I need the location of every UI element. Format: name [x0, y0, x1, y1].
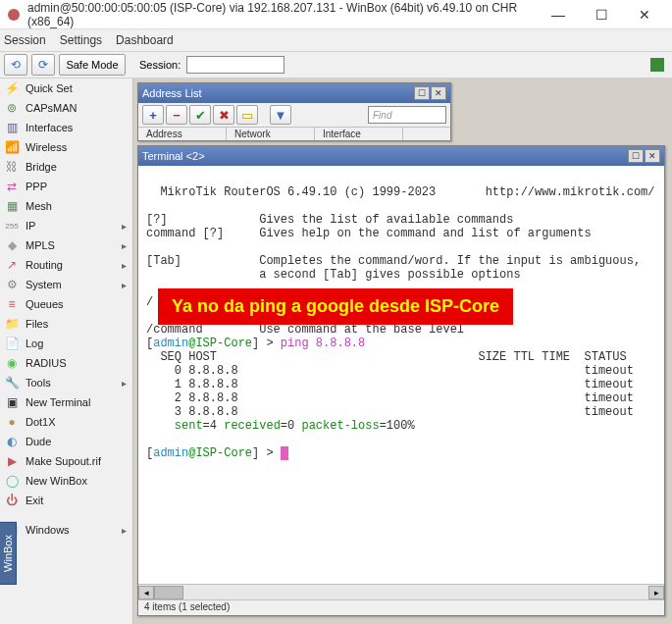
sidebar-item-mpls[interactable]: ◆MPLS▸: [0, 235, 132, 255]
disable-button[interactable]: ✖: [213, 105, 234, 125]
scroll-thumb[interactable]: [154, 586, 183, 599]
sidebar-item-make-supout-rif[interactable]: ▶Make Supout.rif: [0, 451, 132, 471]
col-address[interactable]: Address: [138, 128, 227, 140]
address-list-title: Address List: [142, 87, 202, 99]
sidebar-item-label: Windows: [26, 524, 70, 536]
mesh-icon: ▦: [4, 198, 20, 214]
sidebar-item-label: Dude: [26, 436, 51, 447]
sidebar-item-label: MPLS: [26, 239, 55, 251]
find-input[interactable]: Find: [368, 106, 446, 124]
title-text: admin@50:00:00:05:00:05 (ISP-Core) via 1…: [27, 1, 537, 28]
terminal-body[interactable]: MikroTik RouterOS 6.49.10 (c) 1999-2023 …: [138, 166, 664, 584]
addr-max-button[interactable]: ☐: [414, 86, 430, 100]
quick-set-icon: ⚡: [4, 80, 20, 96]
menu-settings[interactable]: Settings: [60, 33, 102, 47]
chevron-right-icon: ▸: [122, 378, 129, 389]
sidebar-item-label: Bridge: [26, 161, 57, 173]
sidebar-item-queues[interactable]: ≡Queues: [0, 294, 132, 314]
interfaces-icon: ▥: [4, 120, 20, 135]
chevron-right-icon: ▸: [122, 240, 129, 251]
addr-close-button[interactable]: ✕: [431, 86, 446, 100]
add-button[interactable]: +: [142, 105, 164, 125]
col-network[interactable]: Network: [227, 128, 315, 140]
address-list-title-bar[interactable]: Address List ☐ ✕: [138, 83, 450, 103]
menu-dashboard[interactable]: Dashboard: [116, 33, 174, 47]
session-input[interactable]: [186, 56, 284, 74]
address-list-window: Address List ☐ ✕ + − ✔ ✖ ▭ ▼ Find Addres…: [137, 82, 451, 141]
dot1x-icon: ●: [4, 414, 20, 430]
sidebar: ⚡Quick Set⊚CAPsMAN▥Interfaces📶Wireless⛓B…: [0, 78, 133, 624]
sidebar-item-mesh[interactable]: ▦Mesh: [0, 196, 132, 216]
sidebar-item-dot1x[interactable]: ●Dot1X: [0, 412, 132, 432]
sidebar-item-files[interactable]: 📁Files: [0, 314, 132, 334]
sidebar-item-capsman[interactable]: ⊚CAPsMAN: [0, 98, 132, 118]
log-icon: 📄: [4, 336, 20, 351]
system-icon: ⚙: [4, 277, 20, 292]
sidebar-item-exit[interactable]: ⏻Exit: [0, 491, 132, 510]
sidebar-item-new-winbox[interactable]: ◯New WinBox: [0, 471, 132, 491]
scroll-left-icon[interactable]: ◂: [138, 586, 154, 599]
tools-icon: 🔧: [4, 375, 20, 390]
terminal-hscrollbar[interactable]: ◂ ▸: [138, 584, 664, 599]
scroll-right-icon[interactable]: ▸: [648, 586, 664, 599]
terminal-title: Terminal <2>: [142, 150, 205, 162]
sidebar-item-label: Tools: [26, 377, 51, 389]
capsman-icon: ⊚: [4, 100, 20, 116]
queues-icon: ≡: [4, 296, 20, 312]
mpls-icon: ◆: [4, 237, 20, 253]
sidebar-item-quick-set[interactable]: ⚡Quick Set: [0, 78, 132, 98]
sidebar-item-label: PPP: [26, 181, 47, 192]
comment-button[interactable]: ▭: [236, 105, 258, 125]
col-interface[interactable]: Interface: [315, 128, 403, 140]
svg-point-0: [8, 9, 20, 21]
new-winbox-icon: ◯: [4, 473, 20, 489]
close-button[interactable]: ✕: [623, 1, 666, 28]
sidebar-item-label: Mesh: [26, 200, 52, 212]
sidebar-item-label: Exit: [26, 494, 43, 506]
menu-bar: Session Settings Dashboard: [0, 29, 672, 51]
sidebar-item-dude[interactable]: ◐Dude: [0, 432, 132, 451]
ppp-icon: ⇄: [4, 179, 20, 194]
terminal-title-bar[interactable]: Terminal <2> ☐ ✕: [138, 146, 664, 166]
sidebar-item-tools[interactable]: 🔧Tools▸: [0, 373, 132, 392]
sidebar-item-label: Dot1X: [26, 416, 56, 428]
status-bar: 4 items (1 selected): [138, 599, 664, 615]
safe-mode-button[interactable]: Safe Mode: [59, 54, 126, 76]
sidebar-item-radius[interactable]: ◉RADIUS: [0, 353, 132, 373]
chevron-right-icon: ▸: [122, 525, 129, 536]
winbox-tab[interactable]: WinBox: [0, 522, 17, 585]
sidebar-item-wireless[interactable]: 📶Wireless: [0, 137, 132, 157]
sidebar-item-system[interactable]: ⚙System▸: [0, 275, 132, 294]
redo-button[interactable]: ⟳: [31, 54, 55, 76]
sidebar-item-log[interactable]: 📄Log: [0, 334, 132, 353]
status-indicator: [650, 58, 664, 72]
chevron-right-icon: ▸: [122, 280, 129, 290]
radius-icon: ◉: [4, 355, 20, 371]
sidebar-item-label: IP: [26, 220, 35, 232]
main-toolbar: ⟲ ⟳ Safe Mode Session:: [0, 51, 672, 78]
sidebar-item-windows[interactable]: ▣ Windows ▸: [0, 520, 132, 540]
make-supout-rif-icon: ▶: [4, 453, 20, 469]
term-close-button[interactable]: ✕: [645, 149, 660, 163]
sidebar-item-ppp[interactable]: ⇄PPP: [0, 177, 132, 196]
maximize-button[interactable]: ☐: [580, 1, 623, 28]
term-max-button[interactable]: ☐: [628, 149, 644, 163]
menu-session[interactable]: Session: [4, 33, 46, 47]
filter-button[interactable]: ▼: [270, 105, 291, 125]
sidebar-item-interfaces[interactable]: ▥Interfaces: [0, 118, 132, 137]
sidebar-item-new-terminal[interactable]: ▣New Terminal: [0, 392, 132, 412]
sidebar-item-routing[interactable]: ↗Routing▸: [0, 255, 132, 275]
enable-button[interactable]: ✔: [189, 105, 211, 125]
sidebar-item-label: Files: [26, 318, 48, 330]
minimize-button[interactable]: —: [537, 1, 580, 28]
chevron-right-icon: ▸: [122, 221, 129, 232]
sidebar-item-bridge[interactable]: ⛓Bridge: [0, 157, 132, 177]
app-icon: [6, 7, 22, 23]
remove-button[interactable]: −: [166, 105, 187, 125]
wireless-icon: 📶: [4, 139, 20, 155]
dude-icon: ◐: [4, 434, 20, 449]
undo-button[interactable]: ⟲: [4, 54, 27, 76]
cursor: [281, 446, 288, 460]
sidebar-item-ip[interactable]: 255IP▸: [0, 216, 132, 235]
sidebar-item-label: Routing: [26, 259, 63, 271]
